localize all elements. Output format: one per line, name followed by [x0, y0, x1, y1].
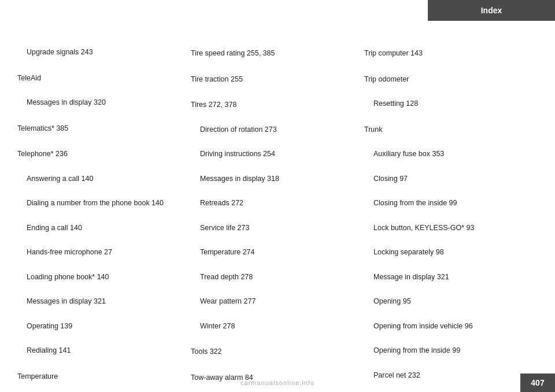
index-entry: Message in display 321 [364, 271, 532, 283]
index-entry: Winter 278 [191, 320, 358, 332]
index-entry: Messages in display 321 [17, 295, 185, 308]
index-entry: Tires 272, 378 [191, 99, 358, 111]
index-entry: Telematics* 385 [17, 123, 185, 135]
index-entry: Tread depth 278 [191, 271, 358, 283]
index-entry: Auxiliary fuse box 353 [364, 148, 532, 160]
index-entry: Tools 322 [191, 346, 358, 358]
index-entry: Ending a call 140 [17, 222, 185, 234]
page-number: 407 [520, 373, 555, 392]
index-entry: Upgrade signals 243 [17, 46, 185, 58]
column-3: Trip computer 143Trip odometerResetting … [364, 46, 538, 369]
index-entry: Tire speed rating 255, 385 [191, 47, 358, 60]
index-entry: Trip odometer [364, 73, 532, 86]
index-entry: Messages in display 318 [191, 173, 358, 185]
index-entry: Answering a call 140 [17, 173, 185, 185]
index-entry: Retreads 272 [191, 197, 358, 209]
index-entry: TeleAid [17, 72, 185, 84]
index-entry: Telephone* 236 [17, 148, 185, 160]
main-content: Upgrade signals 243TeleAidMessages in di… [0, 46, 555, 369]
index-entry: Hands-free microphone 27 [17, 246, 185, 258]
index-entry: Temperature 274 [191, 246, 358, 258]
index-entry: Temperature [17, 371, 185, 383]
index-entry: Direction of rotation 273 [191, 124, 358, 136]
index-entry: Parcel net 232 [364, 369, 532, 382]
index-entry: Opening from inside vehicle 96 [364, 320, 532, 332]
index-entry: Trunk [364, 124, 532, 136]
column-1: Upgrade signals 243TeleAidMessages in di… [17, 46, 191, 369]
index-entry: Locking separately 98 [364, 246, 532, 258]
index-header: Index [428, 0, 555, 21]
index-entry: Closing 97 [364, 173, 532, 185]
index-entry: Tire traction 255 [191, 73, 358, 86]
index-entry: Opening from the inside 99 [364, 345, 532, 357]
index-entry: Trip computer 143 [364, 47, 532, 60]
index-entry: Closing from the inside 99 [364, 197, 532, 209]
index-entry: Driving instructions 254 [191, 148, 358, 160]
index-entry: Messages in display 320 [17, 97, 185, 109]
index-entry: Redialing 141 [17, 345, 185, 357]
watermark: carmanualsonline.info [240, 379, 314, 386]
index-entry: Service life 273 [191, 222, 358, 234]
index-entry: Loading phone book* 140 [17, 271, 185, 283]
index-entry: Resetting 128 [364, 98, 532, 110]
index-entry: Wear pattern 277 [191, 295, 358, 308]
index-entry: Dialing a number from the phone book 140 [17, 197, 185, 209]
index-entry: Opening 95 [364, 295, 532, 308]
column-2: Tire speed rating 255, 385Tire traction … [191, 46, 364, 369]
index-entry: Lock button, KEYLESS-GO* 93 [364, 222, 532, 234]
index-entry: Operating 139 [17, 320, 185, 332]
